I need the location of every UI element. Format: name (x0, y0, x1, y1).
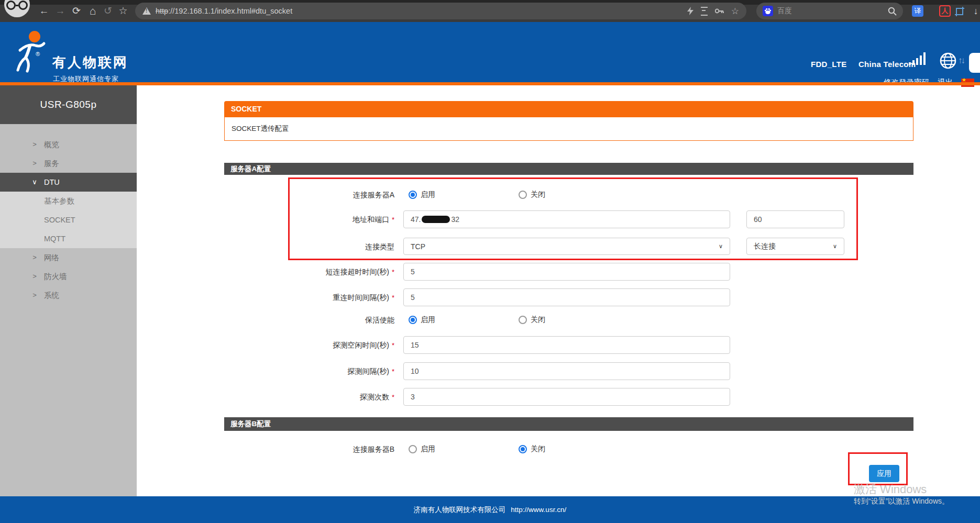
home-icon[interactable]: ⌂ (86, 4, 100, 18)
registered-mark: ® (36, 51, 40, 57)
connection-type-select[interactable]: TCP ∨ (403, 238, 730, 255)
server-b-enable-radio[interactable]: 启用 (409, 440, 435, 458)
brand-name: 有人物联网 (52, 53, 128, 72)
lightning-icon[interactable] (687, 7, 693, 15)
reconnect-interval-input[interactable] (403, 288, 730, 306)
short-timeout-input[interactable] (403, 263, 730, 281)
search-placeholder: 百度 (777, 6, 888, 16)
connection-mode-select[interactable]: 长连接 ∨ (746, 238, 844, 255)
chevron-right-icon: > (30, 135, 39, 154)
sidebar-item-network[interactable]: > 网络 (0, 248, 137, 267)
baidu-icon (763, 6, 773, 16)
radio-unchecked-icon[interactable] (519, 316, 527, 324)
apply-button[interactable]: 应用 (869, 465, 899, 482)
sidebar-item-dtu[interactable]: ∨ DTU (0, 173, 137, 192)
sidebar-item-system[interactable]: > 系统 (0, 286, 137, 305)
globe-network-icon (939, 52, 957, 70)
server-b-disable-radio[interactable]: 关闭 (519, 440, 545, 458)
forward-icon[interactable]: → (53, 4, 67, 18)
server-a-disable-radio[interactable]: 关闭 (519, 186, 545, 204)
download-icon[interactable]: ↓ (969, 4, 980, 18)
dropdown-chevron-icon: ∨ (719, 243, 723, 250)
radio-checked-icon[interactable] (409, 191, 417, 199)
connection-type-label: 连接类型 (224, 238, 394, 255)
dropdown-chevron-icon: ∨ (833, 243, 837, 250)
socket-panel-title: SOCKET (224, 101, 913, 117)
reload-icon[interactable]: ⟳ (70, 4, 83, 18)
keepalive-enable-radio[interactable]: 启用 (409, 311, 435, 329)
undo-extension-icon[interactable]: ↺ (101, 4, 115, 18)
translate-extension-icon[interactable]: 译 (912, 5, 923, 17)
screenshot-crop-extension-icon[interactable] (953, 5, 965, 17)
reader-mode-icon[interactable] (701, 7, 708, 16)
url-text: http://192.168.1.1/index.html#dtu_socket (156, 7, 292, 15)
page-footer: 济南有人物联网技术有限公司 http://www.usr.cn/ (0, 496, 980, 523)
probe-interval-input[interactable] (403, 362, 730, 380)
windows-activation-watermark: 激活 Windows (854, 482, 927, 497)
probe-idle-input[interactable] (403, 336, 730, 354)
bookmark-page-star-icon[interactable]: ☆ (731, 6, 739, 17)
short-timeout-label: 短连接超时时间(秒)* (224, 263, 394, 281)
radio-checked-icon[interactable] (409, 316, 417, 324)
sidebar-item-basic-params[interactable]: 基本参数 (0, 192, 137, 210)
carrier-name: China Telecom (858, 60, 916, 69)
probe-idle-label: 探测空闲时间(秒)* (224, 336, 394, 354)
probe-count-input[interactable] (403, 388, 730, 406)
radio-unchecked-icon[interactable] (409, 445, 417, 453)
socket-panel-subtitle: SOCKET透传配置 (224, 117, 913, 141)
redaction-blob (422, 216, 450, 223)
chevron-right-icon: > (30, 248, 39, 267)
probe-interval-label: 探测间隔(秒)* (224, 362, 394, 381)
chevron-down-icon: ∨ (30, 173, 39, 192)
microsoft-extension-icon[interactable] (926, 5, 937, 17)
footer-company: 济南有人物联网技术有限公司 (414, 505, 506, 515)
required-asterisk: * (392, 341, 394, 349)
required-asterisk: * (392, 294, 394, 302)
connect-server-b-label: 连接服务器B (224, 440, 394, 458)
radio-unchecked-icon[interactable] (519, 191, 527, 199)
sidebar-item-firewall[interactable]: > 防火墙 (0, 267, 137, 286)
server-a-enable-radio[interactable]: 启用 (409, 186, 435, 204)
sidebar-item-services[interactable]: > 服务 (0, 154, 137, 173)
bookmark-star-icon[interactable]: ☆ (116, 4, 130, 18)
probe-count-label: 探测次数* (224, 388, 394, 406)
not-secure-warning-icon[interactable] (142, 7, 151, 15)
keepalive-label: 保活使能 (224, 311, 394, 329)
adobe-extension-icon[interactable]: 人 (939, 5, 951, 17)
server-a-section-title: 服务器A配置 (224, 163, 913, 175)
port-input[interactable] (746, 210, 844, 228)
chevron-right-icon: > (30, 154, 39, 173)
server-b-section-title: 服务器B配置 (224, 417, 913, 431)
chevron-right-icon: > (30, 286, 39, 305)
site-header: ® 有人物联网 工业物联网通信专家 FDD_LTE China Telecom … (0, 22, 980, 82)
incognito-avatar-icon[interactable] (4, 0, 30, 17)
traffic-arrows-icon: ↑↓ (958, 55, 964, 66)
baidu-search-box[interactable]: 百度 (756, 3, 903, 19)
chevron-right-icon: > (30, 267, 39, 286)
header-accent-bar (0, 82, 980, 85)
url-scheme: http (156, 7, 168, 15)
radio-checked-icon[interactable] (519, 445, 527, 453)
sidebar-item-socket[interactable]: SOCKET (0, 210, 137, 229)
address-port-label: 地址和端口* (224, 210, 394, 229)
sim-card-icon (969, 53, 980, 73)
password-key-icon[interactable] (715, 8, 724, 14)
sidebar-item-overview[interactable]: > 概览 (0, 135, 137, 154)
footer-site-link[interactable]: http://www.usr.cn/ (511, 506, 566, 514)
keepalive-disable-radio[interactable]: 关闭 (519, 311, 545, 329)
required-asterisk: * (392, 393, 394, 401)
windows-activation-watermark-hint: 转到“设置”以激活 Windows。 (854, 497, 949, 506)
address-input[interactable]: 47.32 (403, 210, 730, 228)
required-asterisk: * (392, 368, 394, 375)
required-asterisk: * (392, 268, 394, 276)
usr-logo-icon (13, 29, 47, 75)
signal-strength-icon (909, 52, 926, 65)
address-bar[interactable]: http://192.168.1.1/index.html#dtu_socket… (135, 3, 746, 19)
required-asterisk: * (392, 216, 394, 224)
incognito-glasses-icon (6, 1, 28, 10)
url-path: ://192.168.1.1/index.html#dtu_socket (168, 7, 292, 15)
search-icon[interactable] (888, 7, 897, 16)
sidebar-item-mqtt[interactable]: MQTT (0, 229, 137, 248)
connect-server-a-label: 连接服务器A (224, 186, 394, 204)
back-icon[interactable]: ← (37, 4, 51, 18)
